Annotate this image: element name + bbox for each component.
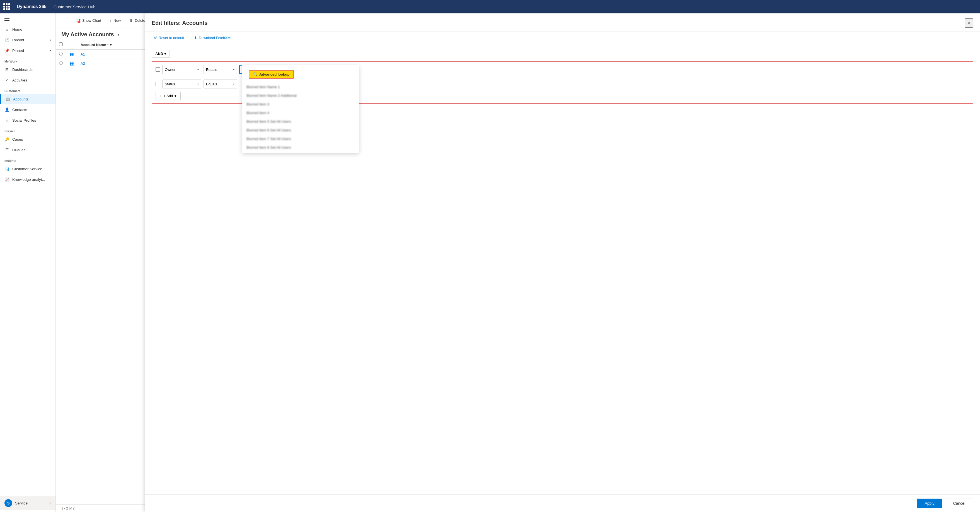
- add-chevron-icon: ▾: [175, 94, 177, 98]
- hub-name: Customer Service Hub: [50, 5, 99, 9]
- reset-icon: ↺: [154, 36, 157, 40]
- back-button[interactable]: ←: [60, 16, 71, 25]
- filter-body: AND ▾ Owner ▾ Equals ▾: [145, 44, 980, 494]
- apply-button[interactable]: Apply: [917, 499, 942, 508]
- sidebar-item-label: Activities: [12, 78, 27, 82]
- sidebar-item-label: Recent: [12, 38, 24, 42]
- select-all-header[interactable]: [56, 40, 66, 49]
- sidebar-bottom-item[interactable]: S Service ◇: [0, 496, 56, 510]
- account-link[interactable]: A1: [81, 52, 85, 56]
- waffle-icon: [3, 3, 10, 10]
- dropdown-item[interactable]: Blurred Item Name 1: [242, 83, 359, 91]
- chevron-down-icon: ▾: [49, 38, 51, 41]
- select-all-checkbox[interactable]: [59, 42, 63, 46]
- owner-value-container: Value ▾ 🔍 Advanced lookup: [239, 65, 284, 74]
- status-field-select[interactable]: Status ▾: [162, 80, 201, 88]
- sidebar-item-queues[interactable]: ☰ Queues: [0, 145, 56, 155]
- filter-close-button[interactable]: ×: [965, 18, 973, 28]
- avatar: S: [5, 499, 12, 507]
- sidebar-item-label: Customer Service ...: [12, 167, 46, 171]
- row1-checkbox[interactable]: [156, 67, 160, 72]
- filter-title: Edit filters: Accounts: [152, 20, 207, 26]
- service-section: Service: [0, 126, 56, 134]
- and-chevron-icon: ▾: [164, 52, 166, 56]
- sidebar-item-customer-service[interactable]: 📊 Customer Service ...: [0, 164, 56, 174]
- top-bar: Dynamics 365 Customer Service Hub: [0, 0, 980, 13]
- chevron-down-icon: ▾: [233, 83, 234, 86]
- show-chart-button[interactable]: 📊 Show Chart: [72, 16, 105, 25]
- sidebar-item-label: Social Profiles: [12, 118, 36, 123]
- sidebar-item-home[interactable]: ⌂ Home: [0, 24, 56, 35]
- expand-icon: ◇: [49, 502, 51, 505]
- dropdown-item[interactable]: Blurred Item 5 Set All Users: [242, 117, 359, 126]
- chevron-down-icon: ▾: [233, 68, 234, 71]
- download-fetchxml-button[interactable]: ⬇ Download FetchXML: [192, 35, 235, 41]
- sidebar-item-label: Contacts: [12, 108, 27, 112]
- sidebar-item-activities[interactable]: ✓ Activities: [0, 75, 56, 85]
- add-row-button[interactable]: + + Add ▾: [156, 92, 181, 100]
- dropdown-item[interactable]: Blurred Item 6 Set All Users: [242, 126, 359, 134]
- sidebar-item-pinned[interactable]: 📌 Pinned ▾: [0, 45, 56, 56]
- dropdown-item[interactable]: Blurred Item 4: [242, 108, 359, 117]
- sidebar-bottom-label: Service: [15, 501, 28, 505]
- sidebar-item-knowledge[interactable]: 📈 Knowledge analyt...: [0, 174, 56, 185]
- filter-footer: Apply Cancel: [145, 494, 980, 512]
- delete-label: Delete: [135, 18, 145, 22]
- icon-column-header: [66, 40, 77, 49]
- chevron-down-icon: ▾: [197, 83, 199, 86]
- sidebar-item-contacts[interactable]: 👤 Contacts: [0, 104, 56, 115]
- value-dropdown-popup: 🔍 Advanced lookup Blurred Item Name 1 Bl…: [242, 65, 359, 153]
- title-chevron-icon: ▾: [118, 32, 119, 37]
- page-title: My Active Accounts: [61, 31, 114, 38]
- owner-field-select[interactable]: Owner ▾: [162, 65, 201, 74]
- sidebar-item-cases[interactable]: 🔑 Cases: [0, 134, 56, 145]
- row-select-radio[interactable]: [59, 61, 63, 65]
- advanced-lookup-label: Advanced lookup: [259, 72, 290, 77]
- filter-rows-container: Owner ▾ Equals ▾ Value ▾: [152, 61, 973, 104]
- activities-icon: ✓: [5, 78, 10, 83]
- chart-icon: 📊: [76, 18, 81, 23]
- dropdown-item[interactable]: Blurred Item 7 Set All Users: [242, 134, 359, 143]
- row-checkbox-cell: [56, 59, 66, 68]
- cancel-button[interactable]: Cancel: [945, 499, 973, 508]
- dropdown-item[interactable]: Blurred Item 3: [242, 100, 359, 108]
- contacts-icon: 👤: [5, 107, 10, 112]
- insights-section: Insights: [0, 155, 56, 164]
- advanced-lookup-button[interactable]: 🔍 Advanced lookup: [249, 70, 294, 79]
- sidebar-item-recent[interactable]: 🕐 Recent ▾: [0, 35, 56, 45]
- sort-icon: ↑ ▾: [107, 43, 112, 47]
- status-operator-select[interactable]: Equals ▾: [204, 80, 237, 88]
- owner-operator-select[interactable]: Equals ▾: [204, 65, 237, 74]
- recent-icon: 🕐: [5, 37, 10, 42]
- trash-icon: 🗑: [129, 18, 133, 23]
- sidebar-item-dashboards[interactable]: ⊞ Dashboards: [0, 64, 56, 75]
- filter-row-owner: Owner ▾ Equals ▾ Value ▾: [156, 65, 969, 74]
- sidebar-item-label: Pinned: [12, 49, 24, 53]
- sidebar-item-social-profiles[interactable]: ☆ Social Profiles: [0, 115, 56, 126]
- hamburger-button[interactable]: [0, 13, 56, 24]
- account-link[interactable]: A2: [81, 61, 85, 65]
- and-button[interactable]: AND ▾: [152, 49, 170, 58]
- and-block: AND ▾ Owner ▾ Equals ▾: [152, 49, 973, 104]
- sidebar-item-accounts[interactable]: 🏢 Accounts: [0, 94, 56, 104]
- row-select-radio[interactable]: [59, 52, 63, 56]
- chevron-down-icon: ▾: [49, 49, 51, 52]
- dropdown-item[interactable]: Blurred Item 8 Set All Users: [242, 143, 359, 152]
- new-button[interactable]: + New: [106, 16, 124, 25]
- lookup-icon: 🔍: [253, 72, 258, 77]
- sidebar-item-label: Queues: [12, 148, 25, 152]
- hamburger-icon: [5, 17, 10, 21]
- horizontal-connector: [154, 84, 158, 84]
- customer-service-icon: 📊: [5, 166, 10, 171]
- plus-icon: +: [110, 18, 112, 23]
- row-icon-cell: 👥: [66, 59, 77, 68]
- download-icon: ⬇: [194, 36, 197, 40]
- sidebar: ⌂ Home 🕐 Recent ▾ 📌 Pinned ▾ My Work ⊞ D…: [0, 13, 56, 512]
- accounts-icon: 🏢: [5, 97, 10, 102]
- filter-header: Edit filters: Accounts ×: [145, 13, 980, 32]
- waffle-button[interactable]: [0, 0, 13, 13]
- dropdown-item[interactable]: Blurred Item Name 2 Additional: [242, 91, 359, 100]
- dashboards-icon: ⊞: [5, 67, 10, 72]
- reset-default-button[interactable]: ↺ Reset to default: [152, 35, 186, 41]
- social-icon: ☆: [5, 118, 10, 123]
